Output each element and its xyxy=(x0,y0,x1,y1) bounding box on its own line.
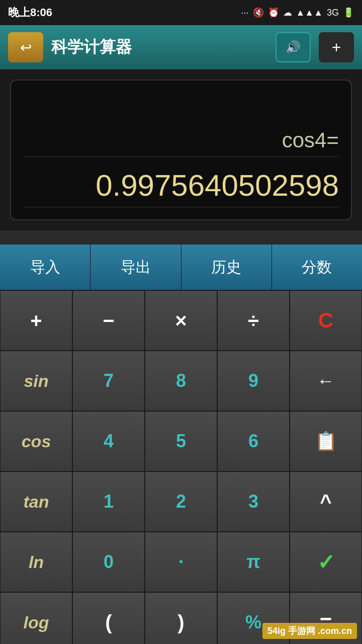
watermark: 54ig 手游网 .com.cn xyxy=(262,623,357,639)
expression: cos4= xyxy=(23,128,339,157)
multiply-button[interactable]: × xyxy=(145,290,217,351)
display-area: cos4= 0.9975640502598 xyxy=(0,69,362,230)
back-icon: ↩ xyxy=(20,39,32,56)
tan-button[interactable]: tan xyxy=(0,471,72,532)
three-button[interactable]: 3 xyxy=(217,471,290,532)
sin-button[interactable]: sin xyxy=(0,351,72,411)
log-button[interactable]: log xyxy=(0,592,72,644)
title-bar: ↩ 科学计算器 🔊 + xyxy=(0,25,362,69)
nine-button[interactable]: 9 xyxy=(217,351,290,411)
six-button[interactable]: 6 xyxy=(217,411,290,471)
ln-button[interactable]: ln xyxy=(0,532,72,592)
import-button[interactable]: 导入 xyxy=(0,245,90,290)
lparen-button[interactable]: ( xyxy=(72,592,145,644)
eight-button[interactable]: 8 xyxy=(145,351,217,411)
pi-button[interactable]: π xyxy=(217,532,290,592)
btn-grid: +−×÷Csin789←cos456📋tan123^ln0·π✓log()%= xyxy=(0,290,362,644)
status-icons: ··· 🔇 ⏰ ☁ ▲▲▲ 3G 🔋 xyxy=(241,7,354,18)
cell-icon: ▲▲▲ xyxy=(296,8,323,18)
divide-button[interactable]: ÷ xyxy=(217,290,290,351)
separator xyxy=(0,230,362,245)
status-time: 晚上8:06 xyxy=(8,5,52,20)
four-button[interactable]: 4 xyxy=(72,411,145,471)
back-button[interactable]: ↩ xyxy=(8,32,43,62)
clear-button[interactable]: C xyxy=(290,290,362,351)
add-button[interactable]: + xyxy=(319,32,354,62)
export-button[interactable]: 导出 xyxy=(90,245,181,290)
zero-button[interactable]: 0 xyxy=(72,532,145,592)
sound-button[interactable]: 🔊 xyxy=(276,32,311,62)
cos-button[interactable]: cos xyxy=(0,411,72,471)
display-inner: cos4= 0.9975640502598 xyxy=(10,79,352,220)
signal-dots: ··· xyxy=(241,8,249,18)
alarm-icon: ⏰ xyxy=(268,7,279,18)
history-button[interactable]: 历史 xyxy=(182,245,272,290)
five-button[interactable]: 5 xyxy=(145,411,217,471)
fraction-button[interactable]: 分数 xyxy=(272,245,362,290)
wifi-icon: ☁ xyxy=(283,7,292,18)
keypad: 导入 导出 历史 分数 +−×÷Csin789←cos456📋tan123^ln… xyxy=(0,245,362,644)
seven-button[interactable]: 7 xyxy=(72,351,145,411)
one-button[interactable]: 1 xyxy=(72,471,145,532)
two-button[interactable]: 2 xyxy=(145,471,217,532)
minus-button[interactable]: − xyxy=(72,290,145,351)
status-bar: 晚上8:06 ··· 🔇 ⏰ ☁ ▲▲▲ 3G 🔋 xyxy=(0,0,362,25)
rparen-button[interactable]: ) xyxy=(145,592,217,644)
confirm-button[interactable]: ✓ xyxy=(290,532,362,592)
decimal-button[interactable]: · xyxy=(145,532,217,592)
mute-icon: 🔇 xyxy=(253,7,264,18)
app-title: 科学计算器 xyxy=(51,36,267,58)
network-type: 3G xyxy=(327,8,339,18)
plus-button[interactable]: + xyxy=(0,290,72,351)
clipboard-button[interactable]: 📋 xyxy=(290,411,362,471)
power-button[interactable]: ^ xyxy=(290,471,362,532)
sound-icon: 🔊 xyxy=(286,40,301,54)
battery-icon: 🔋 xyxy=(343,7,354,18)
func-row: 导入 导出 历史 分数 xyxy=(0,245,362,290)
result: 0.9975640502598 xyxy=(23,168,339,207)
backspace-button[interactable]: ← xyxy=(290,351,362,411)
plus-icon: + xyxy=(332,38,341,57)
